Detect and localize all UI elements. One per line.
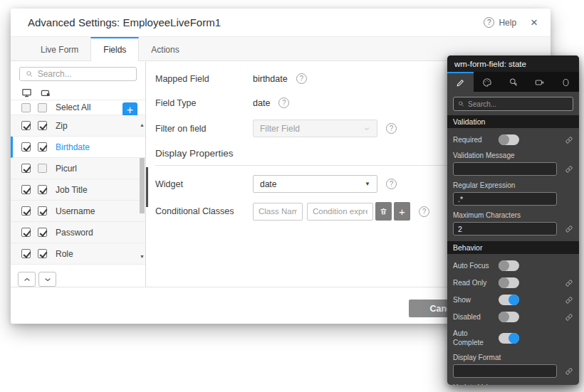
behavior-section-header: Behavior (447, 241, 579, 254)
field-row-birthdate[interactable]: Birthdate (11, 137, 145, 158)
move-down-button[interactable] (38, 272, 56, 287)
show-row: Show (453, 295, 573, 305)
panel-search (453, 97, 573, 111)
help-icon[interactable]: ? (484, 17, 494, 28)
filter-field-select: Filter Field (253, 120, 377, 137)
tab-actions[interactable]: Actions (139, 37, 191, 60)
field-row-password[interactable]: Password (11, 222, 145, 243)
help-link[interactable]: Help (499, 18, 516, 28)
show-toggle[interactable] (499, 295, 519, 305)
web-checkbox[interactable] (21, 142, 31, 152)
panel-tabbar (447, 72, 579, 92)
update-value-on-label: Update Value on (453, 383, 573, 385)
field-row-picurl[interactable]: Picurl (11, 158, 145, 179)
bind-link-icon[interactable] (565, 165, 573, 174)
help-icon[interactable]: ? (386, 123, 397, 134)
mobile-checkbox[interactable] (38, 206, 47, 216)
select-all-web-checkbox[interactable] (21, 103, 31, 112)
delete-class-button[interactable] (375, 202, 392, 221)
select-all-row: Select All + (11, 100, 145, 115)
disabled-row: Disabled (453, 312, 573, 322)
bind-link-icon[interactable] (565, 313, 573, 322)
tab-security[interactable] (553, 72, 579, 92)
tablet-icon[interactable] (40, 88, 51, 98)
widget-select-value: date (260, 179, 276, 189)
chevron-down-icon (43, 275, 52, 284)
desktop-icon[interactable] (21, 88, 32, 98)
auto-focus-toggle[interactable] (499, 260, 519, 271)
widget-select[interactable]: date ▼ (253, 175, 377, 193)
field-search (19, 67, 137, 81)
tab-styles[interactable] (474, 72, 500, 92)
display-format-row: Display Format (453, 354, 573, 378)
help-icon[interactable]: ? (278, 97, 289, 108)
mobile-checkbox[interactable] (38, 185, 47, 194)
bind-link-icon[interactable] (565, 367, 573, 376)
required-toggle[interactable] (499, 134, 519, 145)
behavior-section: Auto Focus Read Only Show Disabled (447, 260, 579, 385)
wm-form-field-panel: wm-form-field: state Validation (447, 55, 579, 385)
panel-search-input[interactable] (468, 100, 568, 108)
web-checkbox[interactable] (21, 164, 31, 173)
scroll-down-icon[interactable]: ▼ (140, 254, 145, 259)
mapped-field-label: Mapped Field (155, 74, 253, 84)
field-row-role[interactable]: Role (11, 243, 145, 265)
add-class-button[interactable]: + (394, 202, 410, 221)
maximum-characters-label: Maximum Characters (453, 211, 573, 219)
search-input[interactable] (38, 69, 130, 79)
tab-properties[interactable] (447, 72, 474, 92)
help-icon[interactable]: ? (296, 73, 307, 84)
condition-expression-input[interactable] (307, 203, 373, 221)
auto-complete-toggle[interactable] (499, 333, 519, 344)
tab-fields[interactable]: Fields (90, 37, 139, 61)
tab-search-settings[interactable] (500, 72, 526, 92)
field-label: Job Title (56, 185, 88, 195)
web-checkbox[interactable] (21, 206, 31, 216)
move-up-button[interactable] (18, 272, 36, 287)
field-row-job-title[interactable]: Job Title (11, 179, 145, 201)
bind-link-icon[interactable] (565, 136, 573, 144)
field-row-zip[interactable]: Zip (11, 115, 145, 137)
mobile-checkbox[interactable] (38, 228, 47, 237)
bind-link-icon[interactable] (565, 296, 573, 304)
scroll-up-icon[interactable]: ▲ (140, 122, 145, 127)
mobile-checkbox[interactable] (38, 142, 47, 152)
tab-live-form[interactable]: Live Form (28, 37, 90, 60)
scrollbar-thumb[interactable] (140, 158, 145, 213)
close-icon[interactable]: × (531, 16, 538, 28)
help-icon[interactable]: ? (419, 206, 429, 217)
help-icon[interactable]: ? (386, 179, 397, 189)
tab-device[interactable] (526, 72, 553, 92)
mobile-checkbox[interactable] (38, 121, 47, 130)
main-scrollbar-thumb[interactable] (146, 167, 148, 207)
mobile-checkbox[interactable] (38, 249, 47, 258)
show-label: Show (453, 295, 494, 304)
maximum-characters-input[interactable] (453, 222, 557, 235)
page-title: Advanced Settings: EmployeeLiveForm1 (28, 16, 484, 28)
device-icon (534, 78, 545, 88)
header-actions: ? Help × (484, 16, 538, 28)
validation-section-header: Validation (447, 115, 579, 128)
validation-message-input[interactable] (453, 162, 557, 176)
bind-link-icon[interactable] (565, 225, 573, 233)
field-type-value: date (253, 98, 270, 108)
read-only-toggle[interactable] (499, 277, 519, 288)
web-checkbox[interactable] (21, 185, 31, 194)
auto-complete-row: Auto Complete (453, 329, 573, 347)
field-label: Role (56, 249, 73, 259)
validation-message-label: Validation Message (453, 152, 573, 159)
display-format-input[interactable] (453, 364, 557, 378)
mobile-checkbox[interactable] (38, 164, 47, 173)
web-checkbox[interactable] (21, 228, 31, 237)
caret-down-icon: ▼ (365, 181, 370, 187)
regular-expression-input[interactable] (453, 192, 557, 206)
web-checkbox[interactable] (21, 249, 31, 258)
select-all-mobile-checkbox[interactable] (38, 103, 47, 112)
search-icon (458, 100, 464, 107)
bind-link-icon[interactable] (565, 279, 573, 287)
web-checkbox[interactable] (21, 121, 31, 130)
class-name-input[interactable] (253, 203, 303, 221)
field-label: Password (56, 228, 93, 238)
field-row-username[interactable]: Username (11, 201, 145, 222)
disabled-toggle[interactable] (499, 312, 519, 322)
